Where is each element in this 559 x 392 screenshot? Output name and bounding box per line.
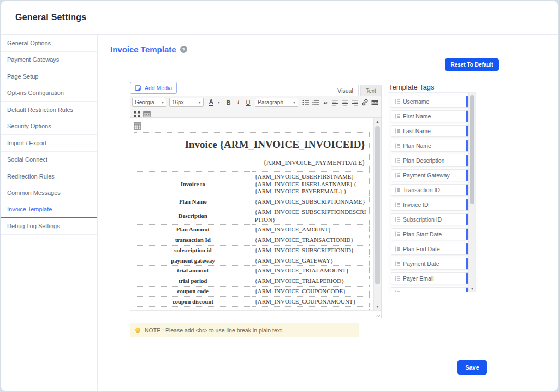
bold-button[interactable]: B (224, 98, 234, 108)
sidebar-item[interactable]: Opt-ins Configuration (1, 85, 97, 102)
sidebar-item[interactable]: Common Messages (1, 185, 97, 202)
invoice-title: Invoice {ARM_INVOICE_INVOICEID} (137, 138, 365, 151)
invoice-row-label: coupon code (134, 286, 252, 296)
scroll-down-icon[interactable]: ▼ (374, 303, 381, 310)
invoice-row-label: Plan Amount (134, 225, 252, 235)
template-tag[interactable]: Plan Name (391, 140, 468, 152)
sidebar-item[interactable]: General Options (1, 35, 97, 52)
template-tag[interactable]: Payment Gateway (391, 169, 468, 181)
wysiwyg-editor: Georgia▾ 16px▾ A ▾ B I U Paragraph▾ (130, 96, 382, 318)
sidebar-item[interactable]: Redirection Rules (1, 168, 97, 185)
add-media-label: Add Media (145, 85, 172, 91)
template-tag[interactable]: First Name (391, 110, 468, 122)
invoice-row: Plan Name {ARM_INVOICE_SUBSCRIPTIONNAME} (134, 197, 370, 207)
resize-grip[interactable] (376, 312, 380, 317)
editor-content-area[interactable]: Invoice {ARM_INVOICE_INVOICEID} {ARM_INV… (130, 118, 381, 310)
drag-handle-icon (395, 158, 400, 163)
drag-handle-icon (395, 202, 400, 207)
invoice-row-value: {ARM_INVOICE_COUPONAMOUNT} (252, 296, 370, 307)
text-color-dropdown[interactable]: ▾ (216, 98, 222, 108)
template-tag[interactable]: Username (391, 96, 468, 108)
invoice-row: subscription id {ARM_INVOICE_SUBSCRIPTIO… (134, 245, 370, 256)
drag-handle-icon (395, 231, 400, 237)
tab-text[interactable]: Text (360, 85, 382, 96)
note-text: NOTE : Please add <br> to use line break… (145, 327, 283, 334)
sidebar-item-label: Redirection Rules (7, 173, 55, 180)
blockquote-icon[interactable]: “ (320, 98, 330, 108)
page-header: General Settings (1, 1, 558, 35)
paragraph-format-select[interactable]: Paragraph▾ (255, 98, 298, 107)
scroll-down-icon[interactable]: ▼ (469, 285, 475, 292)
template-tag[interactable]: Transaction ID (391, 184, 468, 196)
invoice-row-value: {ARM_INVOICE_SUBSCRIPTIONDESCRIPTION} (252, 207, 370, 225)
sidebar-item[interactable]: Debug Log Settings (1, 218, 97, 235)
toolbar-toggle-icon[interactable] (142, 109, 152, 119)
bullet-list-icon[interactable] (301, 98, 311, 108)
help-icon[interactable]: ? (180, 46, 187, 53)
align-center-icon[interactable] (340, 98, 350, 108)
tags-scrollbar[interactable]: ▲ ▼ (468, 93, 475, 292)
template-tag[interactable]: Payer Email (391, 272, 468, 284)
font-family-select[interactable]: Georgia▾ (132, 98, 166, 107)
drag-handle-icon (395, 217, 400, 222)
text-color-button[interactable]: A (206, 98, 216, 108)
link-icon[interactable] (360, 98, 370, 108)
template-tag-label: Transaction ID (403, 187, 440, 193)
chevron-down-icon: ▾ (199, 100, 201, 105)
template-tag[interactable]: Invoice ID (391, 199, 468, 211)
sidebar-item[interactable]: Security Options (1, 118, 97, 135)
template-tag[interactable] (391, 287, 468, 292)
sidebar-item[interactable]: Payment Gateways (1, 52, 97, 69)
editor-scrollbar-thumb[interactable] (375, 126, 380, 284)
italic-button[interactable]: I (234, 98, 243, 108)
template-tag-label: Payment Gateway (403, 172, 450, 179)
editor-top-bar: Add Media Visual Text (130, 81, 382, 96)
template-tag[interactable]: Subscription ID (391, 213, 468, 225)
template-tag-label: Last Name (403, 128, 431, 134)
editor-statusbar (130, 310, 381, 318)
template-tag[interactable]: Plan Description (391, 155, 468, 167)
invoice-row: trial period {ARM_INVOICE_TRIALPERIOD} (134, 276, 370, 287)
template-tag[interactable]: Payment Date (391, 258, 468, 270)
sidebar-item[interactable]: Import / Export (1, 135, 97, 152)
sidebar-item-label: Opt-ins Configuration (7, 90, 64, 96)
invoice-row-label: transaction Id (134, 235, 252, 246)
invoice-row: Invoice to {ARM_INVOICE_USERFIRSTNAME} {… (134, 171, 370, 197)
sidebar-item[interactable]: Invoice Template (1, 201, 97, 218)
template-tag[interactable]: Last Name (391, 125, 468, 137)
section-heading-label: Invoice Template (110, 45, 176, 54)
invoice-row-value: {ARM_INVOICE_SUBSCRIPTIONID} (252, 245, 370, 256)
font-size-select[interactable]: 16px▾ (169, 98, 204, 107)
table-properties-icon[interactable] (134, 122, 141, 130)
chevron-down-icon: ▾ (293, 100, 295, 105)
drag-handle-icon (395, 187, 400, 193)
read-more-icon[interactable] (370, 98, 379, 108)
sidebar-item-label: Debug Log Settings (7, 223, 60, 229)
invoice-row: coupon discount {ARM_INVOICE_COUPONAMOUN… (134, 296, 370, 307)
sidebar-item[interactable]: Default Restriction Rules (1, 102, 97, 118)
invoice-row-label: coupon discount (134, 296, 252, 307)
save-button[interactable]: Save (457, 360, 487, 375)
drag-handle-icon (395, 261, 400, 266)
align-left-icon[interactable] (330, 98, 340, 108)
template-tag[interactable]: Plan Start Date (391, 228, 468, 240)
editor-scrollbar[interactable]: ▲ ▼ (373, 118, 381, 310)
font-size-value: 16px (172, 99, 184, 105)
scroll-up-icon[interactable]: ▲ (374, 118, 381, 125)
numbered-list-icon[interactable] (311, 98, 320, 108)
sidebar-item-label: Default Restriction Rules (7, 106, 73, 113)
template-tag[interactable]: Plan End Date (391, 243, 468, 255)
reset-to-default-button[interactable]: Reset To Default (445, 58, 499, 71)
tags-scrollbar-thumb[interactable] (470, 95, 474, 204)
sidebar-item[interactable]: Social Connect (1, 152, 97, 169)
sidebar-item[interactable]: Page Setup (1, 68, 97, 85)
tab-visual[interactable]: Visual (332, 85, 358, 96)
lightbulb-icon (135, 328, 140, 332)
fullscreen-icon[interactable] (132, 109, 142, 119)
note-banner: NOTE : Please add <br> to use line break… (130, 323, 359, 337)
add-media-button[interactable]: Add Media (130, 82, 177, 94)
template-tag-label: Payer Email (403, 275, 434, 282)
invoice-row: coupon code {ARM_INVOICE_COUPONCODE} (134, 286, 370, 296)
align-right-icon[interactable] (350, 98, 360, 108)
underline-button[interactable]: U (243, 98, 253, 108)
